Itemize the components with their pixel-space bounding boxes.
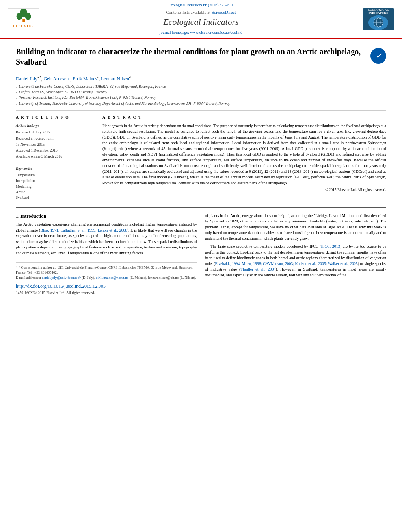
cite-ipcc[interactable]: IPCC, 2013 [321,244,340,248]
svg-point-3 [25,13,31,20]
elsevier-tree-icon [13,9,35,23]
crossmark-logo: ✓ [370,48,386,64]
history-revised-date: 13 November 2015 [16,142,95,147]
history-online: Available online 3 March 2016 [16,154,95,159]
body-content: 1. Introduction The Arctic vegetation ex… [16,213,386,296]
author-lennart: Lennart Nilsen [101,76,129,82]
kw-modelling: Modelling [16,184,95,189]
journal-header: ELSEVIER Ecological Indicators 66 (2016)… [0,0,402,39]
author-geir: Geir Arnesen [44,76,69,82]
abstract-column: A B S T R A C T Plant growth in the Arct… [102,115,386,201]
cite-thuiller[interactable]: Thuiller et al., 2004 [240,267,275,271]
section-1-heading: 1. Introduction [16,213,197,220]
article-content: Building an indicator to characterize th… [0,39,402,304]
affil-a: Université de Franche-Comté, CNRS, Labor… [19,84,166,89]
abstract-heading: A B S T R A C T [102,115,386,120]
history-revised-label: Received in revised form [16,136,95,141]
article-title: Building an indicator to characterize th… [16,46,363,67]
footer-doi: http://dx.doi.org/10.1016/j.ecolind.2015… [16,283,197,290]
cite-elvebakk[interactable]: Elvebakk, 1994; Moen, 1998; CAVM team, 2… [215,261,357,266]
affil-c: Northern Research Institute, P.O. Box 64… [19,95,156,100]
footnote-corresponding: * * Corresponding author at: UiT, Univer… [16,265,197,275]
kw-interpolation: Interpolation [16,178,95,184]
elsevier-brand-text: ELSEVIER [13,24,34,29]
section-divider [16,207,386,208]
authors-line: Daniel Jolya,*, Geir Arnesenb, Eirik Mal… [16,75,386,82]
article-info-column: A R T I C L E I N F O Article history: R… [16,115,95,201]
intro-para-right-1: of plants in the Arctic, energy alone do… [205,213,386,242]
intro-right-text: of plants in the Arctic, energy alone do… [205,213,386,278]
affil-d: University of Tromsø, The Arctic Univers… [19,101,231,106]
sciencedirect-link[interactable]: ScienceDirect [212,10,236,15]
body-right-column: of plants in the Arctic, energy alone do… [205,213,386,296]
abstract-copyright: © 2015 Elsevier Ltd. All rights reserved… [102,187,386,193]
history-label: Article history: [16,123,95,128]
keywords-label: Keywords: [16,166,95,171]
body-left-column: 1. Introduction The Arctic vegetation ex… [16,213,197,296]
kw-temperature: Temperature [16,173,95,178]
history-received: Received 31 July 2015 [16,130,95,135]
author-daniel: Daniel Joly [16,76,37,82]
journal-name: Ecological Indicators [47,16,355,28]
footnote-email: E-mail addresses: daniel.joly@univ-fcomt… [16,275,197,280]
svg-rect-0 [22,19,25,22]
contents-label: Contents lists available at ScienceDirec… [47,9,355,15]
footer-copyright: 1470-160X/© 2015 Elsevier Ltd. All right… [16,291,197,296]
homepage-url[interactable]: www.elsevier.com/locate/ecolind [190,30,242,35]
affil-b: Ecofact Nord AS, Grønnegata 65, N-9008 T… [19,89,108,95]
elsevier-logo: ELSEVIER [8,8,39,30]
author-eirik: Eirik Malnes [73,76,97,82]
journal-ref: Ecological Indicators 66 (2016) 623–631 [47,2,355,8]
email-daniel[interactable]: daniel.joly@univ-fcomte.fr [42,276,81,280]
history-accepted: Accepted 1 December 2015 [16,148,95,153]
doi-link[interactable]: http://dx.doi.org/10.1016/j.ecolind.2015… [16,284,106,289]
kw-svalbard: Svalbard [16,195,95,200]
intro-para-1: The Arctic vegetation experience changin… [16,222,197,256]
article-footer: * * Corresponding author at: UiT, Univer… [16,262,197,296]
page-wrapper: ELSEVIER Ecological Indicators 66 (2016)… [0,0,402,304]
email-eirik[interactable]: eirik.malnes@norut.no [96,276,129,280]
article-info-heading: A R T I C L E I N F O [16,115,95,120]
eco-indicators-logo: ECOLOGICAL INDICATORS [363,8,394,30]
info-divider [16,163,95,163]
intro-text: The Arctic vegetation experience changin… [16,222,197,256]
abstract-text: Plant growth in the Arctic is strictly d… [102,123,386,186]
affiliations: aUniversité de Franche-Comté, CNRS, Labo… [16,84,386,106]
svg-point-2 [16,13,22,20]
cite-bliss[interactable]: Bliss, 1971; Callaghan et al., 1999; Len… [40,228,127,232]
info-abstract-section: A R T I C L E I N F O Article history: R… [16,110,386,201]
title-section: Building an indicator to characterize th… [16,46,386,72]
eco-logo-image [368,15,388,30]
elsevier-logo-container: ELSEVIER [8,8,39,30]
journal-homepage: journal homepage: www.elsevier.com/locat… [47,30,355,35]
intro-para-right-2: The large-scale predictive temperature m… [205,244,386,278]
eco-logo-label: ECOLOGICAL INDICATORS [363,8,394,15]
journal-title-area: Ecological Indicators 66 (2016) 623–631 … [39,2,363,35]
kw-arctic: Arctic [16,190,95,195]
